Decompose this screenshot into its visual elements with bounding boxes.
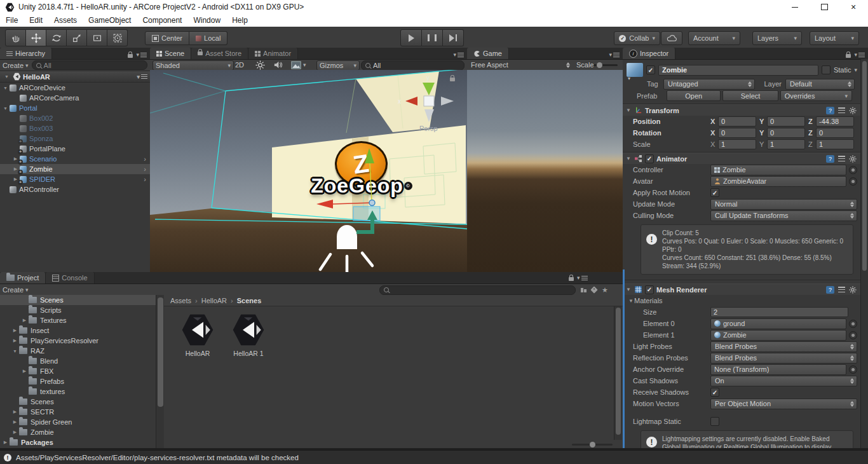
layout-dropdown[interactable]: Layout▾ <box>810 31 859 45</box>
hierarchy-item-zombie[interactable]: ▶Zombie› <box>0 164 150 174</box>
menu-window[interactable]: Window <box>187 16 226 25</box>
object-picker-icon[interactable] <box>849 320 857 328</box>
foldout-icon[interactable]: ▶ <box>20 318 29 323</box>
foldout-icon[interactable]: ▼ <box>1 86 10 90</box>
receive-shadows-checkbox[interactable] <box>710 388 719 397</box>
tab-hierarchy[interactable]: Hierarchy <box>0 48 52 59</box>
foldout-icon[interactable]: ▼ <box>1 106 10 111</box>
gizmo-y-axis[interactable] <box>370 163 372 201</box>
project-item-scenes[interactable]: Scenes <box>0 397 156 407</box>
tab-inspector[interactable]: iInspector <box>623 48 675 59</box>
help-icon[interactable]: ? <box>826 107 834 114</box>
menu-assets[interactable]: Assets <box>48 16 83 25</box>
gizmos-dropdown[interactable]: Gizmos▾ <box>316 60 360 71</box>
slider-thumb[interactable] <box>590 442 595 447</box>
scrollbar-thumb[interactable] <box>158 297 163 407</box>
position-y-field[interactable]: 0 <box>767 116 805 126</box>
minimize-button[interactable] <box>780 0 810 14</box>
gizmo-x-arrow[interactable] <box>316 200 333 208</box>
hierarchy-item-portal[interactable]: ▼Portal <box>0 103 150 113</box>
hierarchy-item-scenario[interactable]: ▶Scenario› <box>0 154 150 164</box>
children-indicator-icon[interactable]: › <box>144 165 146 173</box>
foldout-icon[interactable]: ▼ <box>11 349 19 353</box>
presets-icon[interactable] <box>838 156 845 161</box>
rect-tool-button[interactable] <box>87 29 107 46</box>
help-icon[interactable]: ? <box>826 286 834 294</box>
hierarchy-item-box002[interactable]: Box002 <box>0 113 150 123</box>
effects-toggle-button[interactable]: ▾ <box>291 60 306 69</box>
tab-asset-store[interactable]: Asset Store <box>191 48 248 59</box>
search-by-label-icon[interactable] <box>590 286 597 293</box>
apply-root-motion-checkbox[interactable] <box>710 188 719 197</box>
file-helloar[interactable]: HelloAR <box>178 313 217 357</box>
foldout-icon[interactable]: ▼ <box>628 298 634 304</box>
tab-game[interactable]: Game <box>467 48 509 59</box>
breadcrumb-scenes[interactable]: Scenes <box>237 297 262 304</box>
object-picker-icon[interactable] <box>849 177 857 186</box>
object-picker-icon[interactable] <box>849 365 857 374</box>
foldout-icon[interactable]: ▶ <box>1 440 10 445</box>
rotation-y-field[interactable]: 0 <box>767 128 805 138</box>
hierarchy-item-arcoredevice[interactable]: ▼ARCoreDevice <box>0 83 150 93</box>
project-item-playservicesresolver[interactable]: ▶PlayServicesResolver <box>0 336 156 346</box>
hierarchy-search-input[interactable]: All <box>32 60 147 70</box>
scene-row-helloar[interactable]: ▼ HelloAR ▾ <box>0 71 150 83</box>
scene-viewport[interactable]: y x Z ZoeGeop© Persp <box>150 70 467 272</box>
hand-tool-button[interactable] <box>5 29 26 46</box>
file-helloar-1[interactable]: HelloAR 1 <box>229 313 268 357</box>
culling-mode-dropdown[interactable]: Cull Update Transforms <box>710 210 857 221</box>
tab-project[interactable]: Project <box>0 272 46 283</box>
rotate-tool-button[interactable] <box>46 29 67 46</box>
hierarchy-item-spider[interactable]: ▶SPIDER› <box>0 174 150 184</box>
scale-z-field[interactable]: 1 <box>816 139 854 149</box>
component-enabled-checkbox[interactable] <box>645 154 654 163</box>
object-picker-icon[interactable] <box>849 166 857 174</box>
foldout-icon[interactable]: ▼ <box>625 107 632 113</box>
light-probes-dropdown[interactable]: Blend Probes <box>710 341 857 352</box>
foldout-icon[interactable]: ▶ <box>11 409 19 414</box>
rotation-x-field[interactable]: 0 <box>718 128 756 138</box>
presets-icon[interactable] <box>838 107 845 113</box>
controller-object-field[interactable]: Zombie <box>710 165 846 175</box>
materials-size-field[interactable]: 2 <box>710 307 848 317</box>
materials-foldout-row[interactable]: ▼ Materials <box>623 295 861 306</box>
foldout-icon[interactable]: ▶ <box>20 369 29 374</box>
foldout-icon[interactable]: ▶ <box>11 328 19 333</box>
gizmo-y-arrow[interactable] <box>365 148 374 163</box>
transform-tool-button[interactable] <box>107 29 128 46</box>
gameobject-name-field[interactable]: Zombie <box>658 65 818 76</box>
anchor-override-field[interactable]: None (Transform) <box>710 364 846 375</box>
hierarchy-item-portalplane[interactable]: PortalPlane <box>0 144 150 154</box>
maximize-button[interactable] <box>810 0 839 14</box>
lock-icon[interactable] <box>569 277 574 281</box>
panel-menu-icon[interactable]: ▾ <box>453 51 464 58</box>
project-tree-scrollbar[interactable] <box>156 295 165 448</box>
collab-dropdown[interactable]: ✓Collab▾ <box>614 31 660 45</box>
lock-icon[interactable] <box>846 54 851 58</box>
files-scrollbar[interactable] <box>614 306 622 440</box>
game-scale-slider[interactable] <box>593 64 618 66</box>
prefab-select-button[interactable]: Select <box>722 90 778 101</box>
hierarchy-create-button[interactable]: Create▾ <box>3 62 29 69</box>
static-checkbox[interactable] <box>822 65 831 74</box>
help-icon[interactable]: ? <box>826 155 834 163</box>
element-0-object-field[interactable]: ground <box>710 318 846 329</box>
project-item-zombie[interactable]: ▶Zombie <box>0 427 156 437</box>
breadcrumb-helloar[interactable]: HelloAR <box>201 297 227 304</box>
panel-menu-icon[interactable]: ▾ <box>854 51 865 58</box>
rotation-z-field[interactable]: 0 <box>816 128 854 138</box>
active-checkbox[interactable] <box>646 65 655 74</box>
layer-dropdown[interactable]: Default <box>785 79 855 90</box>
aspect-ratio-dropdown[interactable]: Free Aspect <box>471 60 571 69</box>
project-item-fbx[interactable]: ▶FBX <box>0 366 156 376</box>
prefab-open-button[interactable]: Open <box>667 90 721 101</box>
project-item-textures[interactable]: ▶Textures <box>0 315 156 325</box>
panel-menu-icon[interactable]: ▾ <box>136 51 147 58</box>
tab-scene[interactable]: Scene <box>150 48 191 59</box>
gizmo-center-handle[interactable] <box>369 200 375 206</box>
hierarchy-item-box003[interactable]: Box003 <box>0 123 150 133</box>
project-item-spider-green[interactable]: ▶Spider Green <box>0 417 156 427</box>
project-item-raz[interactable]: ▼RAZ <box>0 346 156 356</box>
account-dropdown[interactable]: Account▾ <box>688 31 740 45</box>
lighting-toggle-button[interactable] <box>255 60 265 69</box>
